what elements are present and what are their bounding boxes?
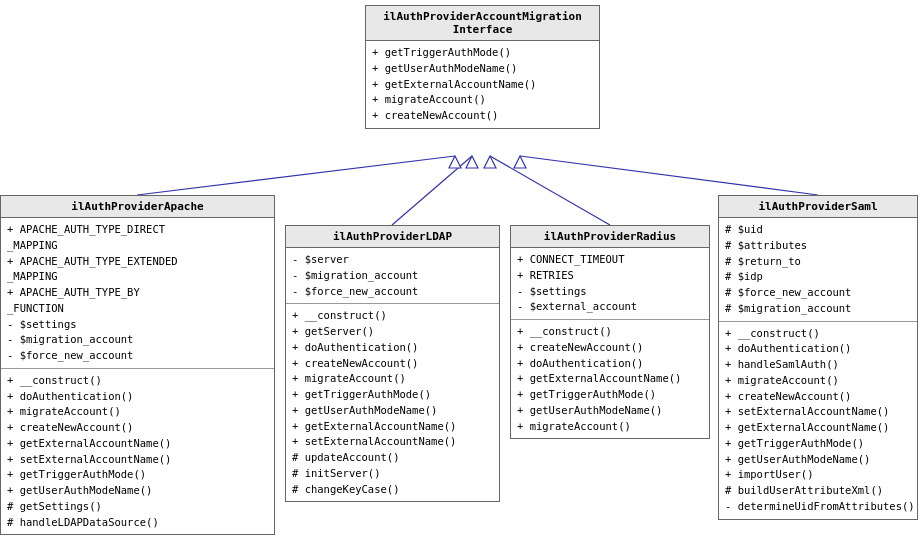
- radius-header: ilAuthProviderRadius: [511, 226, 709, 248]
- radius-methods: + __construct() + createNewAccount() + d…: [511, 320, 709, 438]
- radius-fields: + CONNECT_TIMEOUT + RETRIES - $settings …: [511, 248, 709, 320]
- svg-marker-6: [484, 156, 496, 168]
- svg-marker-4: [449, 156, 461, 168]
- saml-methods: + __construct() + doAuthentication() + h…: [719, 322, 917, 519]
- radius-box: ilAuthProviderRadius + CONNECT_TIMEOUT +…: [510, 225, 710, 439]
- interface-box: ilAuthProviderAccountMigration Interface…: [365, 5, 600, 129]
- saml-fields: # $uid # $attributes # $return_to # $idp…: [719, 218, 917, 322]
- interface-header: ilAuthProviderAccountMigration Interface: [366, 6, 599, 41]
- ldap-fields: - $server - $migration_account - $force_…: [286, 248, 499, 304]
- interface-methods: + getTriggerAuthMode() + getUserAuthMode…: [366, 41, 599, 128]
- uml-diagram: ilAuthProviderAccountMigration Interface…: [0, 0, 923, 536]
- svg-line-3: [520, 156, 818, 195]
- ldap-methods: + __construct() + getServer() + doAuthen…: [286, 304, 499, 501]
- apache-header: ilAuthProviderApache: [1, 196, 274, 218]
- svg-line-1: [392, 156, 472, 225]
- apache-methods: + __construct() + doAuthentication() + m…: [1, 369, 274, 535]
- apache-box: ilAuthProviderApache + APACHE_AUTH_TYPE_…: [0, 195, 275, 535]
- saml-box: ilAuthProviderSaml # $uid # $attributes …: [718, 195, 918, 520]
- ldap-box: ilAuthProviderLDAP - $server - $migratio…: [285, 225, 500, 502]
- ldap-header: ilAuthProviderLDAP: [286, 226, 499, 248]
- svg-line-0: [137, 156, 455, 195]
- svg-marker-7: [514, 156, 526, 168]
- svg-line-2: [490, 156, 610, 225]
- svg-marker-5: [466, 156, 478, 168]
- saml-header: ilAuthProviderSaml: [719, 196, 917, 218]
- apache-fields: + APACHE_AUTH_TYPE_DIRECT _MAPPING + APA…: [1, 218, 274, 369]
